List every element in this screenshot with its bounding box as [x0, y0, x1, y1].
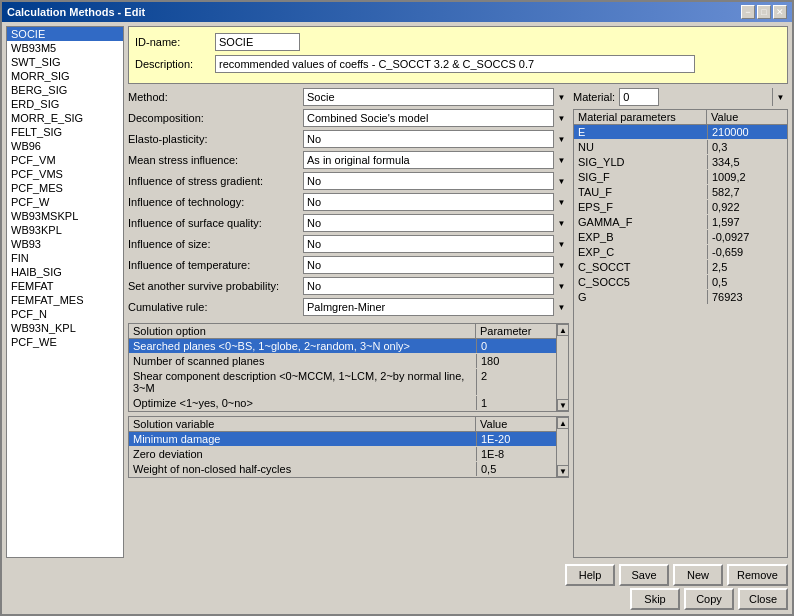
minimize-button[interactable]: −: [741, 5, 755, 19]
param-select-7[interactable]: No: [303, 235, 569, 253]
mat-cell-value-2: 334,5: [707, 155, 787, 169]
sol-var-scroll-down[interactable]: ▼: [557, 465, 569, 477]
sol-scroll-track: [557, 336, 568, 399]
left-item-pcf_w[interactable]: PCF_W: [7, 195, 123, 209]
mat-row-1[interactable]: NU 0,3: [574, 140, 787, 155]
left-item-pcf_n[interactable]: PCF_N: [7, 307, 123, 321]
mat-row-5[interactable]: EPS_F 0,922: [574, 200, 787, 215]
mat-row-10[interactable]: C_SOCC5 0,5: [574, 275, 787, 290]
left-item-morr_e_sig[interactable]: MORR_E_SIG: [7, 111, 123, 125]
left-item-fin[interactable]: FIN: [7, 251, 123, 265]
left-item-felt_sig[interactable]: FELT_SIG: [7, 125, 123, 139]
material-input[interactable]: [619, 88, 659, 106]
material-select-wrapper: ▼: [619, 88, 788, 106]
param-select-wrapper-4: No ▼: [303, 172, 569, 190]
param-select-10[interactable]: Palmgren-Miner: [303, 298, 569, 316]
left-item-femfat_mes[interactable]: FEMFAT_MES: [7, 293, 123, 307]
save-button[interactable]: Save: [619, 564, 669, 586]
help-button[interactable]: Help: [565, 564, 615, 586]
param-select-0[interactable]: Socie: [303, 88, 569, 106]
left-item-wb93mskpl[interactable]: WB93MSKPL: [7, 209, 123, 223]
left-item-wb96[interactable]: WB96: [7, 139, 123, 153]
left-item-pcf_vms[interactable]: PCF_VMS: [7, 167, 123, 181]
param-select-3[interactable]: As in original formula: [303, 151, 569, 169]
sol-option-row-3[interactable]: Optimize <1~yes, 0~no> 1: [129, 396, 556, 411]
left-item-morr_sig[interactable]: MORR_SIG: [7, 69, 123, 83]
param-select-5[interactable]: No: [303, 193, 569, 211]
left-item-femfat[interactable]: FEMFAT: [7, 279, 123, 293]
mat-row-3[interactable]: SIG_F 1009,2: [574, 170, 787, 185]
solution-option-table: Solution option Parameter Searched plane…: [128, 323, 569, 412]
param-row-3: Mean stress influence: As in original fo…: [128, 151, 569, 169]
sol-option-cell-param-0: 0: [476, 339, 556, 353]
param-row-8: Influence of temperature: No ▼: [128, 256, 569, 274]
left-item-wb93n_kpl[interactable]: WB93N_KPL: [7, 321, 123, 335]
left-item-pcf_we[interactable]: PCF_WE: [7, 335, 123, 349]
mat-row-6[interactable]: GAMMA_F 1,597: [574, 215, 787, 230]
param-row-4: Influence of stress gradient: No ▼: [128, 172, 569, 190]
sol-option-cell-label-3: Optimize <1~yes, 0~no>: [129, 396, 476, 410]
mat-row-2[interactable]: SIG_YLD 334,5: [574, 155, 787, 170]
desc-input[interactable]: [215, 55, 695, 73]
close-window-button[interactable]: ✕: [773, 5, 787, 19]
sol-option-row-0[interactable]: Searched planes <0~BS, 1~globe, 2~random…: [129, 339, 556, 354]
copy-button[interactable]: Copy: [684, 588, 734, 610]
title-buttons: − □ ✕: [741, 5, 787, 19]
param-select-1[interactable]: Combined Socie's model: [303, 109, 569, 127]
left-item-swt_sig[interactable]: SWT_SIG: [7, 55, 123, 69]
param-select-9[interactable]: No: [303, 277, 569, 295]
param-select-4[interactable]: No: [303, 172, 569, 190]
left-item-berg_sig[interactable]: BERG_SIG: [7, 83, 123, 97]
mat-row-8[interactable]: EXP_C -0,659: [574, 245, 787, 260]
sol-variable-header-col2: Value: [476, 417, 556, 431]
right-panel: ID-name: Description: Method: Socie ▼ De…: [124, 22, 792, 562]
maximize-button[interactable]: □: [757, 5, 771, 19]
sol-variable-header: Solution variable Value: [129, 417, 556, 432]
left-item-erd_sig[interactable]: ERD_SIG: [7, 97, 123, 111]
id-input[interactable]: [215, 33, 300, 51]
sol-option-header-col1: Solution option: [129, 324, 476, 338]
title-bar: Calculation Methods - Edit − □ ✕: [2, 2, 792, 22]
left-item-wb93[interactable]: WB93: [7, 237, 123, 251]
left-item-haib_sig[interactable]: HAIB_SIG: [7, 265, 123, 279]
sol-scroll-down[interactable]: ▼: [557, 399, 569, 411]
desc-row: Description:: [135, 55, 781, 73]
params-section: Method: Socie ▼ Decomposition: Combined …: [128, 88, 569, 558]
sol-option-row-1[interactable]: Number of scanned planes 180: [129, 354, 556, 369]
sol-variable-row-0[interactable]: Minimum damage 1E-20: [129, 432, 556, 447]
left-item-wb93m5[interactable]: WB93M5: [7, 41, 123, 55]
close-button[interactable]: Close: [738, 588, 788, 610]
sol-var-scroll-up[interactable]: ▲: [557, 417, 569, 429]
solution-variable-table: Solution variable Value Minimum damage 1…: [128, 416, 569, 478]
sol-option-row-2[interactable]: Shear component description <0~MCCM, 1~L…: [129, 369, 556, 396]
param-select-2[interactable]: No: [303, 130, 569, 148]
mat-row-0[interactable]: E 210000: [574, 125, 787, 140]
sol-variable-row-2[interactable]: Weight of non-closed half-cycles 0,5: [129, 462, 556, 477]
skip-button[interactable]: Skip: [630, 588, 680, 610]
mat-row-9[interactable]: C_SOCCT 2,5: [574, 260, 787, 275]
left-item-socie[interactable]: SOCIE: [7, 27, 123, 41]
material-dropdown-arrow[interactable]: ▼: [772, 88, 788, 106]
id-label: ID-name:: [135, 36, 215, 48]
left-panel: SOCIEWB93M5SWT_SIGMORR_SIGBERG_SIGERD_SI…: [6, 26, 124, 558]
mat-cell-value-8: -0,659: [707, 245, 787, 259]
mat-row-11[interactable]: G 76923: [574, 290, 787, 305]
main-window: Calculation Methods - Edit − □ ✕ SOCIEWB…: [0, 0, 794, 616]
new-button[interactable]: New: [673, 564, 723, 586]
left-item-pcf_mes[interactable]: PCF_MES: [7, 181, 123, 195]
mat-row-7[interactable]: EXP_B -0,0927: [574, 230, 787, 245]
param-select-6[interactable]: No: [303, 214, 569, 232]
param-select-8[interactable]: No: [303, 256, 569, 274]
mat-cell-value-10: 0,5: [707, 275, 787, 289]
mat-row-4[interactable]: TAU_F 582,7: [574, 185, 787, 200]
sol-variable-cell-value-1: 1E-8: [476, 447, 556, 461]
sol-scroll-up[interactable]: ▲: [557, 324, 569, 336]
left-item-pcf_vm[interactable]: PCF_VM: [7, 153, 123, 167]
sol-variable-row-1[interactable]: Zero deviation 1E-8: [129, 447, 556, 462]
remove-button[interactable]: Remove: [727, 564, 788, 586]
sol-option-cell-label-0: Searched planes <0~BS, 1~globe, 2~random…: [129, 339, 476, 353]
param-row-2: Elasto-plasticity: No ▼: [128, 130, 569, 148]
sol-variable-scrollbar: ▲ ▼: [556, 417, 568, 477]
left-item-wb93kpl[interactable]: WB93KPL: [7, 223, 123, 237]
sol-var-scroll-track: [557, 429, 568, 465]
